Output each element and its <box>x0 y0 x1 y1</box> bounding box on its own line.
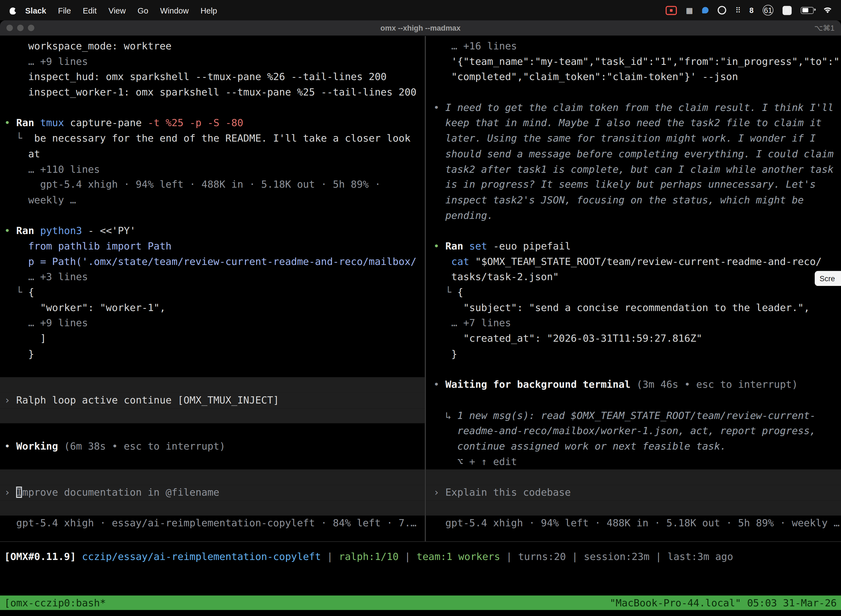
terminal-line: p = Path('.omx/state/team/review-current… <box>0 254 425 270</box>
terminal-line[interactable]: › Ralph loop active continue [OMX_TMUX_I… <box>0 393 425 408</box>
terminal-line: pending. <box>426 208 841 223</box>
terminal-line: workspace_mode: worktree <box>0 39 425 54</box>
terminal-line: "created_at": "2026-03-31T11:59:27.816Z" <box>426 331 841 346</box>
menu-window[interactable]: Window <box>154 6 195 15</box>
terminal-line: ] <box>0 331 425 346</box>
terminal-line <box>0 423 425 439</box>
terminal-line: inspect_hud: omx sparkshell --tmux-pane … <box>0 69 425 85</box>
terminal-line: is in progress? It seems likely but perh… <box>426 177 841 193</box>
battery-percent-badge[interactable]: 61 <box>763 5 774 15</box>
menu-bar-status-icons: ▦ ⠿ 8 61 A <box>665 5 832 15</box>
wifi-icon[interactable] <box>823 6 832 14</box>
terminal-line: '{"team_name":"my-team","task_id":"1","f… <box>426 54 841 70</box>
terminal-line[interactable] <box>0 377 425 393</box>
terminal-line: later. Using the same for transition mig… <box>426 131 841 147</box>
terminal-line <box>0 100 425 116</box>
terminal-line: "completed","claim_token":"claim-token"}… <box>426 69 841 85</box>
terminal-line: … +16 lines <box>426 39 841 54</box>
tmux-status-bar: [omx-cczip0:bash* "MacBook-Pro-44.local"… <box>0 595 841 610</box>
minimize-button[interactable] <box>17 25 23 31</box>
terminal-line: tasks/task-2.json" <box>426 269 841 285</box>
terminal-line: gpt-5.4 xhigh · 94% left · 488K in · 5.1… <box>0 177 425 193</box>
menu-help[interactable]: Help <box>195 6 223 15</box>
terminal-line <box>426 223 841 239</box>
terminal-line <box>426 393 841 408</box>
window-shortcut-hint: ⌥⌘1 <box>814 24 835 32</box>
terminal-line[interactable] <box>0 469 425 485</box>
terminal-line: • Ran tmux capture-pane -t %25 -p -S -80 <box>0 116 425 131</box>
terminal-line <box>426 362 841 377</box>
window-title-bar: omx --xhigh --madmax ⌥⌘1 <box>0 21 841 36</box>
terminal-line: • Working (6m 38s • esc to interrupt) <box>0 439 425 454</box>
screen-recording-indicator-icon[interactable] <box>665 6 677 15</box>
input-source-icon[interactable]: 8 <box>749 6 753 14</box>
terminal-line: … +9 lines <box>0 316 425 331</box>
terminal-line: at <box>0 146 425 162</box>
screen: Slack File Edit View Go Window Help ▦ ⠿ … <box>0 0 841 616</box>
terminal-line[interactable] <box>426 500 841 516</box>
menu-view[interactable]: View <box>103 6 132 15</box>
terminal-line: … +110 lines <box>0 162 425 177</box>
menu-app-name[interactable]: Slack <box>19 6 52 15</box>
terminal-line: } <box>426 346 841 362</box>
terminal-line[interactable] <box>0 500 425 516</box>
terminal-line: • I need to get the claim token from the… <box>426 100 841 116</box>
terminal-line: gpt-5.4 xhigh · essay/ai-reimplementatio… <box>0 516 425 531</box>
terminal-line: gpt-5.4 xhigh · 94% left · 488K in · 5.1… <box>426 516 841 531</box>
terminal-line: continue assigned work or next feasible … <box>426 439 841 454</box>
terminal-line: └ be necessary for the end of the README… <box>0 131 425 147</box>
drop-icon[interactable] <box>702 7 708 13</box>
terminal-line <box>0 208 425 223</box>
text-tool-icon[interactable]: A <box>782 6 792 15</box>
terminal-line: "worker": "worker-1", <box>0 300 425 316</box>
circle-icon[interactable] <box>718 6 726 14</box>
dots-grid-icon[interactable]: ⠿ <box>736 6 740 14</box>
tmux-host-and-clock: "MacBook-Pro-44.local" 05:03 31-Mar-26 <box>610 595 837 610</box>
right-terminal-pane[interactable]: … +16 lines '{"team_name":"my-team","tas… <box>426 36 841 541</box>
terminal-line: should send a message before completing … <box>426 146 841 162</box>
terminal-line: weekly … <box>0 193 425 208</box>
terminal-line[interactable] <box>0 408 425 423</box>
terminal-line: "subject": "send a concise recommendatio… <box>426 300 841 316</box>
menu-edit[interactable]: Edit <box>77 6 103 15</box>
terminal-line: └ { <box>0 285 425 300</box>
terminal-line: keep that in mind. Maybe I also need the… <box>426 116 841 131</box>
terminal-line: } <box>0 346 425 362</box>
terminal-line <box>0 362 425 377</box>
window-title: omx --xhigh --madmax <box>381 24 460 32</box>
terminal-line <box>426 85 841 100</box>
left-terminal-pane[interactable]: workspace_mode: worktree … +9 lines insp… <box>0 36 426 541</box>
omx-session-status: [OMX#0.11.9] cczip/essay/ai-reimplementa… <box>0 542 841 565</box>
terminal-line: inspect task2's JSON, focusing on the st… <box>426 193 841 208</box>
terminal-line <box>0 454 425 470</box>
terminal-line: inspect_worker-1: omx sparkshell --tmux-… <box>0 85 425 100</box>
traffic-lights <box>6 25 34 31</box>
terminal-line: from pathlib import Path <box>0 239 425 254</box>
macos-menu-bar: Slack File Edit View Go Window Help ▦ ⠿ … <box>0 0 841 21</box>
terminal-line[interactable]: › Explain this codebase <box>426 485 841 500</box>
terminal-line: … +7 lines <box>426 316 841 331</box>
terminal-line: readme-and-reco/mailbox/worker-1.json, a… <box>426 423 841 439</box>
terminal-line: cat "$OMX_TEAM_STATE_ROOT/team/review-cu… <box>426 254 841 270</box>
terminal-line: task2 after task1 is complete, but can I… <box>426 162 841 177</box>
close-button[interactable] <box>6 25 13 31</box>
terminal-line: … +3 lines <box>0 269 425 285</box>
terminal-line: ⌥ + ↑ edit <box>426 454 841 470</box>
terminal-line[interactable] <box>426 469 841 485</box>
screen-overlay-tooltip: Scre <box>815 271 841 286</box>
menu-go[interactable]: Go <box>132 6 154 15</box>
terminal-line[interactable]: › Improve documentation in @filename <box>0 485 425 500</box>
tmux-session-name: [omx-cczip0:bash* <box>4 595 106 610</box>
apple-menu-icon[interactable] <box>9 5 17 15</box>
menu-file[interactable]: File <box>52 6 77 15</box>
terminal-line: └ { <box>426 285 841 300</box>
terminal-line: • Ran set -euo pipefail <box>426 239 841 254</box>
terminal-line: ↳ 1 new msg(s): read $OMX_TEAM_STATE_ROO… <box>426 408 841 423</box>
terminal-line: • Waiting for background terminal (3m 46… <box>426 377 841 393</box>
terminal-line: • Ran python3 - <<'PY' <box>0 223 425 239</box>
zoom-button[interactable] <box>28 25 34 31</box>
terminal-line: … +9 lines <box>0 54 425 70</box>
battery-icon[interactable] <box>801 7 814 13</box>
grid-icon[interactable]: ▦ <box>686 6 693 14</box>
tmux-panes: workspace_mode: worktree … +9 lines insp… <box>0 36 841 542</box>
